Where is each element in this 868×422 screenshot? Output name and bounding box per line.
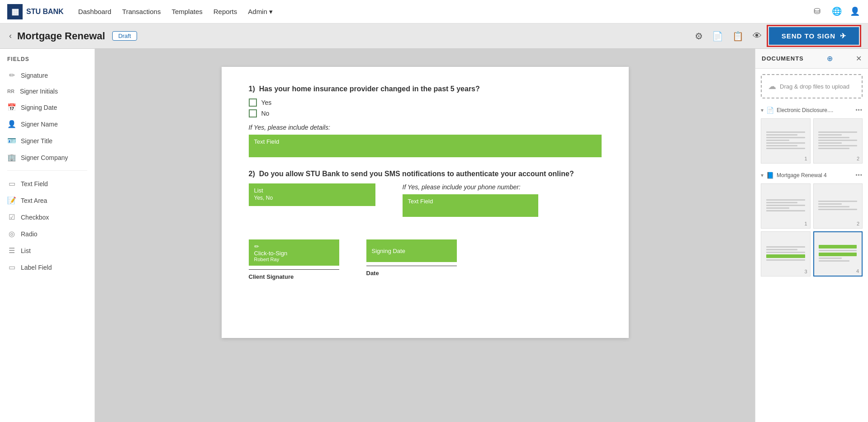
sidebar-item-signature[interactable]: ✏ Signature: [0, 67, 95, 84]
logo-icon: ▦: [7, 4, 23, 19]
question-2-text: 2) Do you allow STU Bank to send you SMS…: [249, 170, 602, 178]
checkbox-no[interactable]: [249, 109, 257, 117]
doc-section-electronic-menu[interactable]: •••: [855, 107, 863, 113]
back-button[interactable]: ‹: [9, 31, 12, 41]
sidebar-item-label-field[interactable]: ▭ Label Field: [0, 259, 95, 276]
checkbox-icon: ☑: [7, 213, 16, 221]
fields-section-title: FIELDS: [0, 56, 95, 67]
sidebar-item-list[interactable]: ☰ List: [0, 242, 95, 259]
checkbox-yes-row: Yes: [249, 98, 602, 107]
thumb-num-m2: 2: [857, 221, 859, 226]
sig-caption-client: Client Signature: [249, 273, 339, 280]
question-2-cols: List Yes, No If Yes, please include your…: [249, 183, 602, 217]
preview-icon[interactable]: 👁: [751, 29, 764, 43]
sidebar-item-text-area[interactable]: 📝 Text Area: [0, 192, 95, 209]
list-icon: ☰: [7, 246, 16, 255]
sidebar-item-checkbox[interactable]: ☑ Checkbox: [0, 209, 95, 225]
add-document-icon[interactable]: ⊕: [827, 54, 833, 63]
content-area[interactable]: 1) Has your home insurance provider chan…: [95, 49, 755, 422]
sidebar-label-text-area: Text Area: [21, 197, 47, 204]
click-to-sign-field[interactable]: ✏ Click-to-Sign Robert Ray: [249, 239, 339, 266]
signature-section: ✏ Click-to-Sign Robert Ray Client Signat…: [249, 239, 602, 280]
phone-text-field[interactable]: Text Field: [403, 194, 538, 217]
nav-transactions[interactable]: Transactions: [122, 6, 161, 18]
sidebar-item-signer-title[interactable]: 🪪 Signer Title: [0, 132, 95, 149]
thumb-num-m4: 4: [856, 268, 859, 274]
id-icon: 🪪: [7, 136, 16, 145]
doc-section-mortgage-menu[interactable]: •••: [855, 172, 863, 178]
sidebar-item-text-field[interactable]: ▭ Text Field: [0, 175, 95, 192]
doc-thumb-e2[interactable]: 2: [813, 118, 863, 164]
nav-templates[interactable]: Templates: [171, 6, 202, 18]
send-to-sign-button[interactable]: SEND TO SIGN ✈: [769, 27, 859, 45]
sidebar-label-list: List: [21, 247, 31, 254]
nav-reports[interactable]: Reports: [213, 6, 237, 18]
document-view-icon[interactable]: 📄: [710, 29, 725, 43]
nav-links: Dashboard Transactions Templates Reports…: [78, 6, 814, 18]
thumb-num-m1: 1: [804, 221, 807, 226]
chevron-mortgage-icon: ▾: [761, 172, 764, 178]
doc-section-mortgage-name: Mortgage Renewal 4: [777, 172, 853, 178]
click-to-sign-icon: ✏: [254, 243, 334, 250]
doc-section-mortgage-header[interactable]: ▾ 📘 Mortgage Renewal 4 •••: [759, 169, 864, 182]
doc-thumb-e1[interactable]: 1: [761, 118, 811, 164]
sidebar-item-radio[interactable]: ◎ Radio: [0, 225, 95, 242]
text-field-1[interactable]: Text Field: [249, 135, 602, 157]
person-icon: 👤: [7, 120, 16, 128]
doc-section-electronic: ▾ 📄 Electronic Disclosure.... •••: [755, 104, 868, 169]
checkbox-yes[interactable]: [249, 98, 257, 107]
label-yes: Yes: [261, 99, 272, 106]
sidebar-label-text-field: Text Field: [21, 180, 48, 188]
building-icon: 🏢: [7, 153, 16, 162]
doc-section-electronic-header[interactable]: ▾ 📄 Electronic Disclosure.... •••: [759, 104, 864, 117]
logo-text: STU BANK: [26, 8, 64, 16]
upload-zone[interactable]: ☁ Drag & drop files to upload: [761, 74, 863, 98]
sidebar-item-signer-company[interactable]: 🏢 Signer Company: [0, 149, 95, 166]
sidebar-label-signer-company: Signer Company: [21, 154, 68, 161]
sidebar-item-signer-initials[interactable]: RR Signer Initials: [0, 84, 95, 99]
user-icon[interactable]: 👤: [850, 6, 861, 17]
subheader-right: ⚙ 📄 📋 👁 SEND TO SIGN ✈: [693, 27, 859, 45]
network-icon[interactable]: ⛁: [814, 6, 825, 17]
sidebar-label-signature: Signature: [21, 72, 48, 79]
sig-line-client: [249, 269, 339, 270]
doc-thumbs-mortgage: 1 2: [759, 182, 864, 278]
sidebar-label-checkbox: Checkbox: [21, 214, 49, 221]
nav-admin[interactable]: Admin ▾: [248, 6, 273, 18]
label-field-icon: ▭: [7, 263, 16, 272]
sig-block-date: Signing Date Date: [366, 239, 457, 280]
doc-thumb-m4[interactable]: 4: [813, 231, 863, 277]
sidebar-label-signer-name: Signer Name: [21, 121, 58, 128]
sidebar-label-signer-title: Signer Title: [21, 137, 52, 145]
documents-title: DOCUMENTS: [762, 55, 804, 62]
checkbox-no-row: No: [249, 109, 602, 117]
thumb-num-e2: 2: [857, 156, 859, 161]
text-area-icon: 📝: [7, 196, 16, 205]
sig-line-date: [366, 266, 457, 266]
right-panel-header: DOCUMENTS ⊕ ✕: [755, 49, 868, 69]
thumb-num-e1: 1: [804, 156, 807, 161]
fields-icon[interactable]: 📋: [730, 29, 745, 43]
sidebar-label-label-field: Label Field: [21, 264, 52, 271]
sidebar-label-signing-date: Signing Date: [21, 104, 57, 111]
signature-icon: ✏: [7, 71, 16, 80]
globe-icon[interactable]: 🌐: [832, 6, 843, 17]
sidebar-item-signer-name[interactable]: 👤 Signer Name: [0, 116, 95, 132]
doc-thumb-m2[interactable]: 2: [813, 183, 863, 229]
send-icon: ✈: [840, 32, 846, 40]
doc-file-icon: 📄: [766, 107, 774, 114]
sig-block-client: ✏ Click-to-Sign Robert Ray Client Signat…: [249, 239, 339, 280]
chevron-electronic-icon: ▾: [761, 107, 764, 113]
sidebar-item-signing-date[interactable]: 📅 Signing Date: [0, 99, 95, 116]
nav-dashboard[interactable]: Dashboard: [78, 6, 111, 18]
doc-thumb-m1[interactable]: 1: [761, 183, 811, 229]
list-field[interactable]: List Yes, No: [249, 183, 375, 206]
close-panel-icon[interactable]: ✕: [856, 54, 862, 63]
logo: ▦ STU BANK: [7, 4, 64, 19]
question-2: 2) Do you allow STU Bank to send you SMS…: [249, 170, 602, 217]
signing-date-field[interactable]: Signing Date: [366, 239, 457, 262]
right-panel-scroll[interactable]: ☁ Drag & drop files to upload ▾ 📄 Electr…: [755, 69, 868, 422]
rr-icon: RR: [7, 89, 14, 94]
doc-thumb-m3[interactable]: 3: [761, 231, 811, 277]
settings-icon[interactable]: ⚙: [693, 29, 705, 43]
